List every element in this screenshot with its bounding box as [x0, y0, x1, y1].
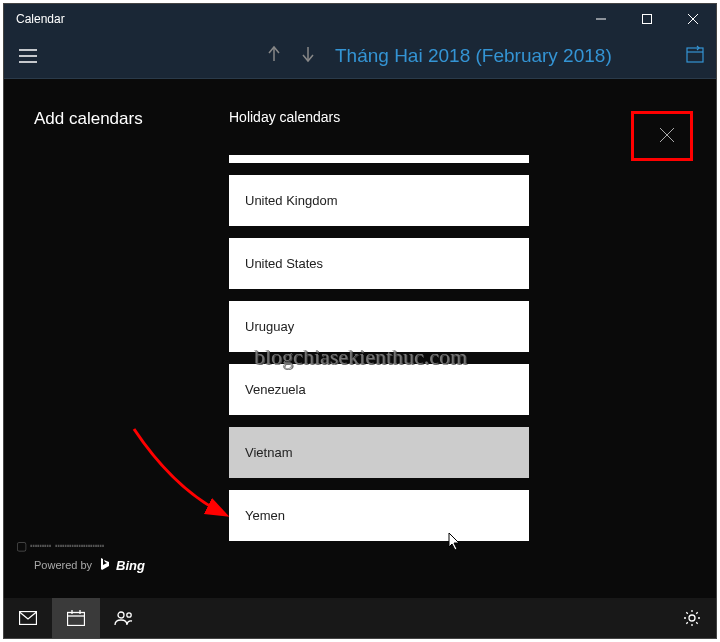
- list-item[interactable]: United Kingdom: [229, 175, 529, 226]
- next-month-button[interactable]: [301, 45, 315, 67]
- month-nav: [267, 45, 315, 67]
- titlebar: Calendar: [4, 4, 716, 34]
- list-item[interactable]: Uruguay: [229, 301, 529, 352]
- section-title: Holiday calendars: [229, 109, 699, 125]
- list-item-vietnam[interactable]: Vietnam: [229, 427, 529, 478]
- svg-point-20: [127, 613, 131, 617]
- svg-point-19: [118, 612, 124, 618]
- list-item[interactable]: United States: [229, 238, 529, 289]
- list-item[interactable]: [229, 155, 529, 163]
- people-button[interactable]: [100, 598, 148, 638]
- add-calendars-title: Add calendars: [34, 109, 143, 129]
- app-header: Tháng Hai 2018 (February 2018): [4, 34, 716, 79]
- red-arrow-annotation: [124, 419, 244, 539]
- list-item[interactable]: Yemen: [229, 490, 529, 541]
- left-panel: Add calendars: [34, 109, 143, 129]
- svg-point-21: [689, 615, 695, 621]
- country-list[interactable]: United Kingdom United States Uruguay Ven…: [229, 155, 529, 541]
- svg-rect-1: [643, 15, 652, 24]
- bing-text: Bing: [116, 558, 145, 573]
- maximize-button[interactable]: [624, 4, 670, 34]
- list-item[interactable]: Venezuela: [229, 364, 529, 415]
- svg-rect-15: [68, 613, 85, 626]
- settings-button[interactable]: [668, 598, 716, 638]
- app-title: Calendar: [16, 12, 65, 26]
- close-panel-button[interactable]: [647, 115, 687, 155]
- calendar-app-window: Calendar Tháng Hai 2018 (February 201: [3, 3, 717, 639]
- calendar-button[interactable]: [52, 598, 100, 638]
- content-area: Add calendars Powered by Bing Holiday ca…: [4, 79, 716, 598]
- truncated-add-calendars: ▢ ┅┅┅ ┅┅┅┅┅┅┅: [16, 539, 104, 553]
- calendar-view-toggle[interactable]: [686, 45, 704, 67]
- month-title[interactable]: Tháng Hai 2018 (February 2018): [335, 45, 612, 67]
- bottom-taskbar: [4, 598, 716, 638]
- svg-rect-9: [687, 48, 703, 62]
- powered-by-label: Powered by Bing: [34, 557, 145, 573]
- close-window-button[interactable]: [670, 4, 716, 34]
- holiday-calendars-panel: Holiday calendars United Kingdom United …: [229, 109, 699, 541]
- prev-month-button[interactable]: [267, 45, 281, 67]
- bing-logo-icon: [98, 557, 110, 573]
- mail-button[interactable]: [4, 598, 52, 638]
- hamburger-menu-button[interactable]: [4, 34, 52, 79]
- window-controls: [578, 4, 716, 34]
- minimize-button[interactable]: [578, 4, 624, 34]
